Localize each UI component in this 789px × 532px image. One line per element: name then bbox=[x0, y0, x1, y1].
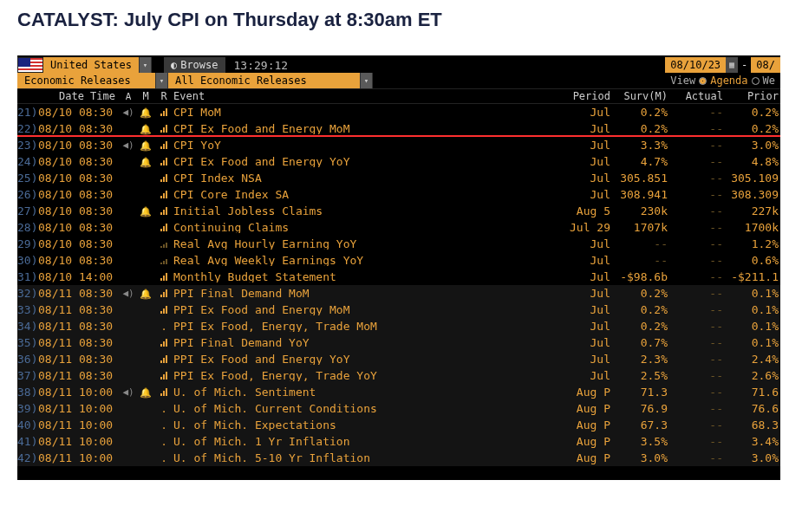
cell-event: Real Avg Hourly Earning YoY bbox=[173, 238, 565, 250]
relevance-icon[interactable]: . bbox=[154, 321, 173, 332]
relevance-icon[interactable] bbox=[154, 189, 173, 200]
table-row[interactable]: 24)08/10 08:30🔔CPI Ex Food and Energy Yo… bbox=[17, 153, 780, 170]
hdr-surv[interactable]: Surv(M) bbox=[614, 91, 669, 101]
table-row[interactable]: 34)08/11 08:30.PPI Ex Food, Energy, Trad… bbox=[17, 318, 780, 334]
relevance-icon[interactable] bbox=[154, 370, 173, 381]
table-row[interactable]: 26)08/10 08:30CPI Core Index SAJul308.94… bbox=[17, 186, 780, 203]
relevance-icon[interactable] bbox=[154, 288, 173, 299]
relevance-icon[interactable] bbox=[154, 255, 173, 266]
row-number: 27) bbox=[17, 205, 38, 217]
table-row[interactable]: 29)08/10 08:30Real Avg Hourly Earning Yo… bbox=[17, 236, 780, 252]
relevance-icon[interactable] bbox=[154, 139, 173, 151]
relevance-icon[interactable]: . bbox=[154, 403, 173, 414]
alert-bell-icon[interactable]: 🔔 bbox=[137, 387, 154, 398]
hdr-r[interactable]: R bbox=[154, 91, 173, 101]
table-row[interactable]: 38)08/11 10:00◀)🔔U. of Mich. SentimentAu… bbox=[17, 384, 780, 400]
relevance-icon[interactable] bbox=[154, 123, 173, 134]
release-filter-2[interactable]: All Economic Releases bbox=[168, 73, 361, 88]
table-row[interactable]: 25)08/10 08:30CPI Index NSAJul305.851--3… bbox=[17, 170, 780, 186]
table-row[interactable]: 21)08/10 08:30◀)🔔CPI MoMJul0.2%--0.2% bbox=[17, 104, 780, 120]
table-row[interactable]: 40)08/11 10:00.U. of Mich. ExpectationsA… bbox=[17, 417, 780, 433]
country-select[interactable]: United States bbox=[43, 57, 140, 73]
view-agenda-radio[interactable] bbox=[699, 77, 707, 85]
relevance-icon[interactable] bbox=[154, 354, 173, 365]
table-row[interactable]: 22)08/10 08:30🔔CPI Ex Food and Energy Mo… bbox=[17, 120, 780, 137]
cell-prior: 3.0% bbox=[725, 139, 780, 151]
alert-speaker-icon[interactable]: ◀) bbox=[120, 140, 137, 150]
cell-surv: -$98.6b bbox=[614, 271, 669, 282]
view-weekly-label[interactable]: We bbox=[763, 75, 775, 86]
table-row[interactable]: 23)08/10 08:30◀)🔔CPI YoYJul3.3%--3.0% bbox=[17, 137, 780, 153]
table-row[interactable]: 36)08/11 08:30PPI Ex Food and Energy YoY… bbox=[17, 351, 780, 367]
cell-prior: 0.1% bbox=[725, 321, 780, 332]
hdr-prior[interactable]: Prior bbox=[725, 91, 780, 101]
table-row[interactable]: 32)08/11 08:30◀)🔔PPI Final Demand MoMJul… bbox=[17, 285, 780, 302]
cell-prior: 0.2% bbox=[725, 107, 780, 118]
alert-bell-icon[interactable]: 🔔 bbox=[137, 124, 154, 134]
relevance-icon[interactable] bbox=[154, 304, 173, 315]
cell-datetime: 08/11 08:30 bbox=[38, 337, 120, 348]
cell-period: Jul bbox=[565, 304, 614, 315]
view-weekly-radio[interactable] bbox=[752, 77, 760, 85]
relevance-icon[interactable]: . bbox=[154, 419, 173, 431]
relevance-icon[interactable] bbox=[154, 386, 173, 398]
alert-bell-icon[interactable]: 🔔 bbox=[137, 157, 154, 167]
hdr-event[interactable]: Event bbox=[173, 91, 565, 101]
cell-datetime: 08/11 10:00 bbox=[38, 436, 120, 447]
cell-datetime: 08/11 10:00 bbox=[38, 452, 120, 464]
filter1-caret-icon[interactable]: ▾ bbox=[156, 73, 168, 88]
cell-actual: -- bbox=[669, 271, 725, 282]
cell-period: Jul bbox=[565, 156, 614, 167]
hdr-actual[interactable]: Actual bbox=[669, 91, 725, 101]
browse-button[interactable]: ◐ Browse bbox=[164, 57, 225, 73]
table-row[interactable]: 41)08/11 10:00.U. of Mich. 1 Yr Inflatio… bbox=[17, 433, 780, 450]
date-from-picker-icon[interactable]: ▦ bbox=[726, 57, 738, 73]
row-number: 33) bbox=[17, 304, 38, 315]
table-row[interactable]: 27)08/10 08:30🔔Initial Jobless ClaimsAug… bbox=[17, 203, 780, 219]
relevance-icon[interactable] bbox=[154, 107, 173, 118]
filter2-caret-icon[interactable]: ▾ bbox=[361, 73, 373, 88]
relevance-icon[interactable] bbox=[154, 156, 173, 167]
hdr-datetime[interactable]: Date Time bbox=[38, 91, 120, 101]
cell-surv: 3.3% bbox=[614, 139, 669, 151]
country-dropdown-caret-icon[interactable]: ▾ bbox=[140, 57, 152, 73]
table-row[interactable]: 33)08/11 08:30PPI Ex Food and Energy MoM… bbox=[17, 302, 780, 318]
table-row[interactable]: 30)08/10 08:30Real Avg Weekly Earnings Y… bbox=[17, 252, 780, 269]
cell-surv: 305.851 bbox=[614, 172, 669, 184]
relevance-icon[interactable] bbox=[154, 205, 173, 217]
alert-speaker-icon[interactable]: ◀) bbox=[120, 289, 137, 298]
relevance-icon[interactable]: . bbox=[154, 436, 173, 447]
table-row[interactable]: 42)08/11 10:00.U. of Mich. 5-10 Yr Infla… bbox=[17, 450, 780, 466]
relevance-icon[interactable] bbox=[154, 172, 173, 184]
alert-speaker-icon[interactable]: ◀) bbox=[120, 107, 137, 117]
alert-bell-icon[interactable]: 🔔 bbox=[137, 206, 154, 217]
hdr-m[interactable]: M bbox=[137, 91, 154, 101]
cell-actual: -- bbox=[669, 370, 725, 381]
table-row[interactable]: 37)08/11 08:30PPI Ex Food, Energy, Trade… bbox=[17, 367, 780, 384]
alert-bell-icon[interactable]: 🔔 bbox=[137, 140, 154, 151]
row-number: 24) bbox=[17, 156, 38, 167]
relevance-icon[interactable] bbox=[154, 337, 173, 348]
alert-speaker-icon[interactable]: ◀) bbox=[120, 387, 137, 397]
release-filter-1[interactable]: Economic Releases bbox=[17, 73, 156, 88]
table-row[interactable]: 28)08/10 08:30Continuing ClaimsJul 29170… bbox=[17, 219, 780, 236]
relevance-icon[interactable] bbox=[154, 238, 173, 250]
view-mode-group: View Agenda We bbox=[665, 73, 780, 88]
event-table: 21)08/10 08:30◀)🔔CPI MoMJul0.2%--0.2%22)… bbox=[17, 104, 780, 466]
table-row[interactable]: 39)08/11 10:00.U. of Mich. Current Condi… bbox=[17, 400, 780, 417]
date-to[interactable]: 08/ bbox=[751, 57, 780, 73]
cell-datetime: 08/10 14:00 bbox=[38, 271, 120, 282]
hdr-period[interactable]: Period bbox=[565, 91, 614, 101]
relevance-icon[interactable] bbox=[154, 271, 173, 282]
cell-actual: -- bbox=[669, 288, 725, 299]
alert-bell-icon[interactable]: 🔔 bbox=[137, 289, 154, 299]
relevance-icon[interactable] bbox=[154, 222, 173, 233]
table-row[interactable]: 35)08/11 08:30PPI Final Demand YoYJul0.7… bbox=[17, 334, 780, 351]
alert-bell-icon[interactable]: 🔔 bbox=[137, 107, 154, 118]
table-row[interactable]: 31)08/10 14:00Monthly Budget StatementJu… bbox=[17, 269, 780, 285]
date-from[interactable]: 08/10/23 bbox=[665, 57, 726, 73]
hdr-a[interactable]: A bbox=[120, 92, 137, 101]
relevance-icon[interactable]: . bbox=[154, 452, 173, 464]
row-number: 23) bbox=[17, 139, 38, 151]
view-agenda-label[interactable]: Agenda bbox=[710, 75, 747, 86]
